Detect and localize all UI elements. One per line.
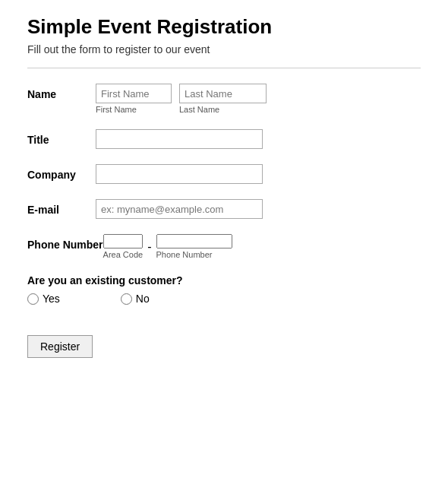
- name-label: Name: [27, 84, 96, 100]
- title-input[interactable]: [96, 129, 263, 149]
- no-label: No: [136, 293, 150, 305]
- title-row: Title: [27, 129, 421, 149]
- registration-form: Name First Name Last Name Title Company …: [27, 84, 421, 358]
- first-name-input[interactable]: [96, 84, 172, 103]
- phone-number-hint: Phone Number: [156, 250, 232, 259]
- existing-customer-question: Are you an existing customer?: [27, 274, 421, 286]
- email-label: E-mail: [27, 199, 96, 216]
- company-field: [96, 164, 263, 184]
- company-row: Company: [27, 164, 421, 184]
- area-code-group: Area Code: [103, 234, 144, 259]
- radio-options: Yes No: [27, 293, 421, 305]
- no-option[interactable]: No: [121, 293, 150, 305]
- last-name-input[interactable]: [179, 84, 267, 103]
- area-code-hint: Area Code: [103, 250, 144, 259]
- company-input[interactable]: [96, 164, 263, 184]
- area-code-input[interactable]: [103, 234, 143, 248]
- phone-label: Phone Number: [27, 234, 103, 251]
- yes-radio[interactable]: [27, 293, 39, 305]
- name-fields: First Name Last Name: [96, 84, 267, 114]
- register-button[interactable]: Register: [27, 335, 93, 358]
- yes-option[interactable]: Yes: [27, 293, 60, 305]
- phone-number-group: Phone Number: [156, 234, 232, 259]
- email-row: E-mail: [27, 199, 421, 219]
- page-title: Simple Event Registration: [27, 15, 421, 39]
- title-label: Title: [27, 129, 96, 146]
- phone-number-input[interactable]: [156, 234, 232, 248]
- company-label: Company: [27, 164, 96, 181]
- email-field: [96, 199, 263, 219]
- phone-dash: -: [147, 234, 151, 257]
- email-input[interactable]: [96, 199, 263, 219]
- first-name-group: First Name: [96, 84, 172, 114]
- no-radio[interactable]: [121, 293, 132, 305]
- name-row: Name First Name Last Name: [27, 84, 421, 114]
- phone-fields: Area Code - Phone Number: [103, 234, 232, 259]
- phone-row: Phone Number Area Code - Phone Number: [27, 234, 421, 259]
- existing-customer-section: Are you an existing customer? Yes No: [27, 274, 421, 305]
- first-name-hint: First Name: [96, 105, 172, 114]
- last-name-group: Last Name: [179, 84, 267, 114]
- title-field: [96, 129, 263, 149]
- yes-label: Yes: [43, 293, 60, 305]
- last-name-hint: Last Name: [179, 105, 267, 114]
- divider: [27, 68, 421, 68]
- page-subtitle: Fill out the form to register to our eve…: [27, 43, 421, 55]
